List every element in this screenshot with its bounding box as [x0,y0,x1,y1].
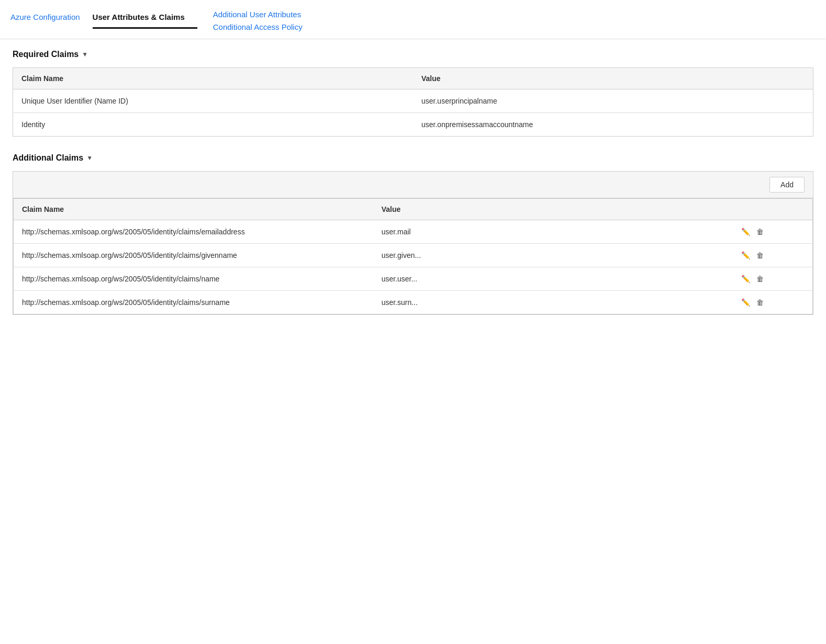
additional-claim-name-1: http://schemas.xmlsoap.org/ws/2005/05/id… [14,244,373,267]
right-nav-links: Additional User Attributes Conditional A… [197,8,303,39]
additional-claims-header-row: Claim Name Value [14,199,813,220]
table-row: Unique User Identifier (Name ID) user.us… [13,89,813,113]
additional-claim-name-3: http://schemas.xmlsoap.org/ws/2005/05/id… [14,291,373,314]
delete-icon-1[interactable]: 🗑 [756,251,764,259]
required-claims-col-name: Claim Name [13,68,414,89]
additional-claim-actions-1: ✏️ 🗑 [733,244,813,267]
edit-icon-2[interactable]: ✏️ [741,275,750,283]
required-claims-chevron[interactable]: ▼ [82,51,88,58]
add-bar: Add [13,172,813,198]
link-conditional-access-policy[interactable]: Conditional Access Policy [213,21,303,33]
additional-claims-section-title: Additional Claims ▼ [13,153,813,163]
additional-claims-table: Claim Name Value http://schemas.xmlsoap.… [13,198,813,314]
additional-claims-col-name: Claim Name [14,199,373,220]
additional-claims-col-value: Value [373,199,733,220]
edit-icon-3[interactable]: ✏️ [741,298,750,307]
additional-claims-wrapper: Add Claim Name Value http://schemas.xmls… [13,171,813,315]
table-row: Identity user.onpremisessamaccountname [13,113,813,137]
required-claim-value-0: user.userprincipalname [413,89,813,113]
required-claims-table: Claim Name Value Unique User Identifier … [13,67,813,137]
delete-icon-2[interactable]: 🗑 [756,275,764,283]
main-content: Required Claims ▼ Claim Name Value Uniqu… [0,39,826,325]
required-claims-label: Required Claims [13,50,79,59]
edit-icon-0[interactable]: ✏️ [741,228,750,236]
table-row: http://schemas.xmlsoap.org/ws/2005/05/id… [14,220,813,244]
additional-claim-name-0: http://schemas.xmlsoap.org/ws/2005/05/id… [14,220,373,244]
link-additional-user-attributes[interactable]: Additional User Attributes [213,8,303,21]
additional-claims-col-actions [733,199,813,220]
table-row: http://schemas.xmlsoap.org/ws/2005/05/id… [14,291,813,314]
required-claim-name-0: Unique User Identifier (Name ID) [13,89,414,113]
required-claims-col-value: Value [413,68,813,89]
delete-icon-3[interactable]: 🗑 [756,298,764,307]
required-claims-section-title: Required Claims ▼ [13,50,813,59]
table-row: http://schemas.xmlsoap.org/ws/2005/05/id… [14,244,813,267]
tab-azure-config[interactable]: Azure Configuration [10,8,93,29]
additional-claim-actions-3: ✏️ 🗑 [733,291,813,314]
required-claim-value-1: user.onpremisessamaccountname [413,113,813,137]
additional-claim-value-3: user.surn... [373,291,733,314]
add-claim-button[interactable]: Add [769,177,805,193]
additional-claim-actions-0: ✏️ 🗑 [733,220,813,244]
additional-claim-value-2: user.user... [373,267,733,291]
additional-claim-value-0: user.mail [373,220,733,244]
nav-tabs: Azure Configuration User Attributes & Cl… [0,0,826,39]
additional-claim-value-1: user.given... [373,244,733,267]
additional-claims-label: Additional Claims [13,153,83,163]
table-row: http://schemas.xmlsoap.org/ws/2005/05/id… [14,267,813,291]
required-claims-header-row: Claim Name Value [13,68,813,89]
required-claim-name-1: Identity [13,113,414,137]
delete-icon-0[interactable]: 🗑 [756,228,764,236]
additional-claim-actions-2: ✏️ 🗑 [733,267,813,291]
tab-user-attributes[interactable]: User Attributes & Claims [93,8,197,29]
additional-claims-chevron[interactable]: ▼ [86,154,93,162]
edit-icon-1[interactable]: ✏️ [741,251,750,259]
additional-claim-name-2: http://schemas.xmlsoap.org/ws/2005/05/id… [14,267,373,291]
